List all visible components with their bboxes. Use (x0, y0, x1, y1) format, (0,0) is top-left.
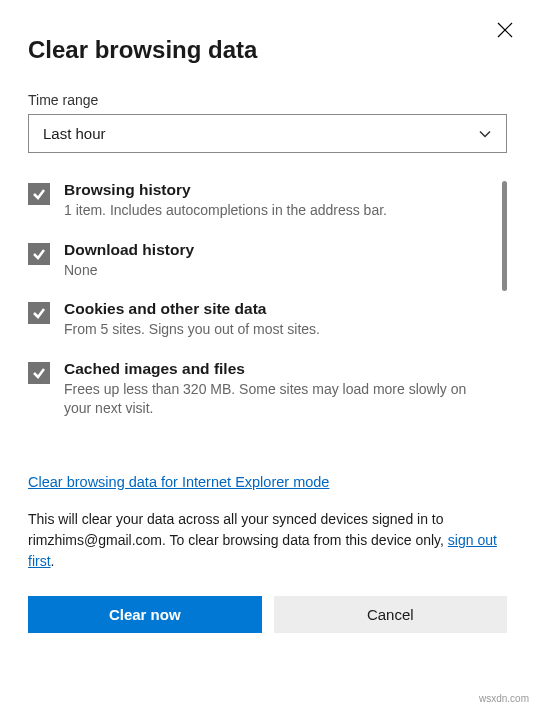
option-download-history: Download history None (28, 241, 483, 281)
option-cached: Cached images and files Frees up less th… (28, 360, 483, 419)
checkbox-cookies[interactable] (28, 302, 50, 324)
time-range-label: Time range (28, 92, 507, 108)
checkbox-browsing-history[interactable] (28, 183, 50, 205)
info-suffix: . (51, 553, 55, 569)
option-desc: Frees up less than 320 MB. Some sites ma… (64, 380, 483, 419)
sync-info-text: This will clear your data across all you… (28, 509, 507, 572)
info-prefix: This will clear your data across all you… (28, 511, 448, 548)
time-range-dropdown[interactable]: Last hour (28, 114, 507, 153)
watermark: wsxdn.com (479, 693, 529, 704)
clear-now-button[interactable]: Clear now (28, 596, 262, 633)
option-desc: From 5 sites. Signs you out of most site… (64, 320, 483, 340)
chevron-down-icon (478, 127, 492, 141)
checkbox-download-history[interactable] (28, 243, 50, 265)
option-title: Download history (64, 241, 483, 259)
check-icon (32, 247, 46, 261)
time-range-value: Last hour (43, 125, 106, 142)
button-row: Clear now Cancel (28, 596, 507, 633)
option-browsing-history: Browsing history 1 item. Includes autoco… (28, 181, 483, 221)
cancel-button[interactable]: Cancel (274, 596, 508, 633)
option-desc: None (64, 261, 483, 281)
check-icon (32, 187, 46, 201)
option-desc: 1 item. Includes autocompletions in the … (64, 201, 483, 221)
close-icon (497, 22, 513, 38)
ie-mode-link[interactable]: Clear browsing data for Internet Explore… (28, 474, 329, 490)
option-title: Cookies and other site data (64, 300, 483, 318)
checkbox-cached[interactable] (28, 362, 50, 384)
check-icon (32, 366, 46, 380)
dialog-title: Clear browsing data (28, 36, 507, 64)
check-icon (32, 306, 46, 320)
option-title: Browsing history (64, 181, 483, 199)
close-button[interactable] (489, 14, 521, 46)
scrollbar-thumb[interactable] (502, 181, 507, 291)
option-cookies: Cookies and other site data From 5 sites… (28, 300, 483, 340)
option-title: Cached images and files (64, 360, 483, 378)
options-list: Browsing history 1 item. Includes autoco… (28, 181, 507, 453)
